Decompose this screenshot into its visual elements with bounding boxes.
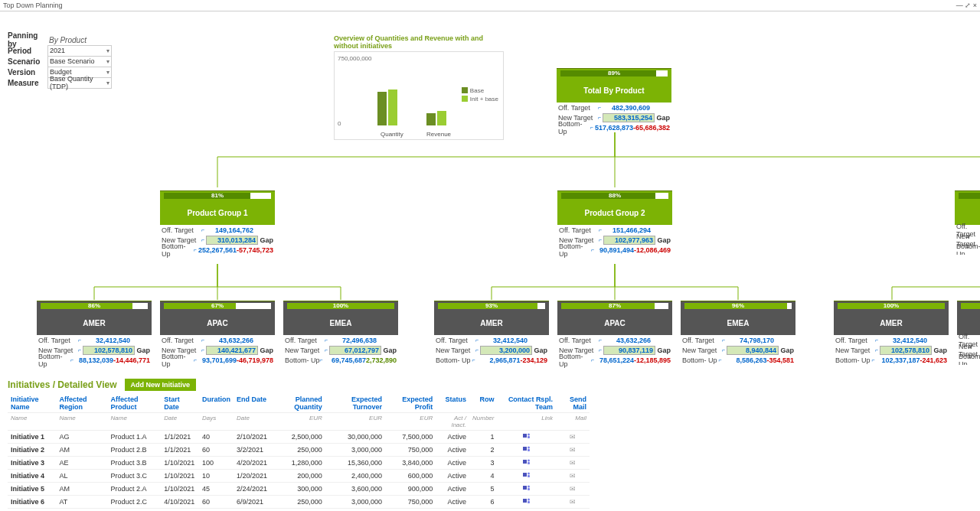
cell-ep: 750,000 <box>385 496 436 509</box>
new-target-value[interactable]: 140,421,677 <box>206 346 258 355</box>
add-initiative-button[interactable]: Add New Initiative <box>125 379 197 391</box>
cell-row: 2 <box>469 444 497 457</box>
cell-start: 3/1/2021 <box>161 509 199 512</box>
node-pg2_emea[interactable]: 96% EMEA Off. Target⌐74,798,170 New Targ… <box>681 301 795 365</box>
window-controls[interactable]: — ⤢ × <box>956 2 977 9</box>
cell-team[interactable] <box>497 509 555 512</box>
cell-mail[interactable]: ✉ <box>556 431 590 444</box>
node-pg1_amer[interactable]: 86% AMER Off. Target⌐32,412,540 New Targ… <box>37 301 152 365</box>
bottomup-value: 69,745,687 <box>325 356 366 364</box>
col-product[interactable]: Affected Product <box>108 394 162 413</box>
gap-label: Gap <box>779 347 794 354</box>
new-target-value[interactable]: 90,837,119 <box>603 346 655 355</box>
cell-mail[interactable]: ✉ <box>556 444 590 457</box>
gap-label: Gap <box>258 347 273 354</box>
cell-team[interactable] <box>497 496 555 509</box>
node-pct: 96% <box>732 302 744 309</box>
node-title: EMEA <box>681 311 795 335</box>
gap-value: -12,086,469 <box>634 246 671 254</box>
node-pg1_apac[interactable]: 67% APAC Off. Target⌐43,632,266 New Targ… <box>160 301 275 365</box>
cell-row: 1 <box>469 431 497 444</box>
cell-name: Initiative 3 <box>8 457 56 470</box>
table-row[interactable]: Initiative 5 AM Product 2.A 1/10/2021 45… <box>8 483 590 496</box>
cell-end: 5/30/2021 <box>234 509 270 512</box>
cell-mail[interactable]: ✉ <box>556 483 590 496</box>
cell-product: Product 3.B <box>108 457 162 470</box>
col-row[interactable]: Row <box>469 394 497 413</box>
node-title: EMEA <box>283 311 398 335</box>
cell-mail[interactable]: ✉ <box>556 496 590 509</box>
cell-end: 3/2/2021 <box>234 444 270 457</box>
cell-dur: 45 <box>199 483 234 496</box>
cell-mail[interactable]: ✉ <box>556 457 590 470</box>
node-pg2[interactable]: 88% Product Group 2 Off. Target⌐151,466,… <box>557 190 672 255</box>
node-pg2_amer[interactable]: 93% AMER Off. Target⌐32,412,540 New Targ… <box>434 301 549 365</box>
node-pg1_emea[interactable]: 100% EMEA Off. Target⌐72,496,638 New Tar… <box>283 301 398 365</box>
teams-icon <box>523 458 531 466</box>
cell-region: AE <box>56 457 107 470</box>
cell-team[interactable] <box>497 431 555 444</box>
cell-mail[interactable]: ✉ <box>556 509 590 512</box>
teams-icon <box>523 497 531 505</box>
node-pg2_apac[interactable]: 87% APAC Off. Target⌐43,632,266 New Targ… <box>557 301 672 365</box>
bottomup-value: 102,337,187 <box>877 356 920 364</box>
cell-mail[interactable]: ✉ <box>556 470 590 483</box>
off-target-value: 72,496,638 <box>329 337 377 344</box>
new-target-value[interactable]: 102,977,963 <box>603 236 655 245</box>
gap-label: Gap <box>381 347 397 354</box>
node-pct: 93% <box>485 302 498 309</box>
new-target-value[interactable]: 102,578,810 <box>880 346 932 355</box>
table-row[interactable]: Initiative 1 AG Product 1.A 1/1/2021 40 … <box>8 431 590 444</box>
col-name[interactable]: Initiative Name <box>8 394 56 413</box>
gap-value: -14,446,771 <box>113 356 150 364</box>
cell-team[interactable] <box>497 470 555 483</box>
cell-dur: 90 <box>199 509 234 512</box>
col-team[interactable]: Contact Rspl. Team <box>497 394 555 413</box>
cell-team[interactable] <box>497 457 555 470</box>
col-exp-profit[interactable]: Expected Profit <box>385 394 436 413</box>
table-row[interactable]: Initiative 3 AE Product 3.B 1/10/2021 10… <box>8 457 590 470</box>
col-start[interactable]: Start Date <box>161 394 199 413</box>
table-row[interactable]: Initiative 4 AL Product 3.C 1/10/2021 10… <box>8 470 590 483</box>
hierarchy-tree: 89% Total By Product Off. Target⌐482,390… <box>8 34 980 371</box>
node-title: AMER <box>834 311 949 335</box>
new-target-value[interactable]: 67,012,797 <box>329 346 381 355</box>
off-target-value: 43,632,266 <box>206 337 253 344</box>
col-duration[interactable]: Duration <box>199 394 234 413</box>
cell-product: Product 1.A <box>108 431 162 444</box>
col-exp-turnover[interactable]: Expected Turnover <box>325 394 385 413</box>
cell-row: 4 <box>469 470 497 483</box>
table-row[interactable]: Initiative 6 AT Product 2.C 4/10/2021 60… <box>8 496 590 509</box>
new-target-value[interactable]: 310,013,284 <box>206 236 258 245</box>
cell-status: Active <box>436 483 469 496</box>
gap-value: -234,129 <box>520 356 547 364</box>
col-end[interactable]: End Date <box>234 394 270 413</box>
table-row[interactable]: Initiative 2 AM Product 2.B 1/1/2021 60 … <box>8 444 590 457</box>
col-status[interactable]: Status <box>436 394 469 413</box>
node-title: AMER <box>434 311 549 335</box>
cell-team[interactable] <box>497 444 555 457</box>
node-pg3_amer[interactable]: 100% AMER Off. Target⌐32,412,540 New Tar… <box>834 301 949 365</box>
cell-team[interactable] <box>497 483 555 496</box>
col-planned-qty[interactable]: Planned Quantity <box>270 394 325 413</box>
node-pct: 86% <box>88 302 100 309</box>
gap-label: Gap <box>135 347 150 354</box>
col-region[interactable]: Affected Region <box>56 394 107 413</box>
node-pg3-partial[interactable]: Off. TargetNew TargetBottom- Up <box>955 190 980 255</box>
cell-dur: 10 <box>199 470 234 483</box>
node-pg1[interactable]: 81% Product Group 1 Off. Target⌐149,164,… <box>160 190 275 255</box>
teams-icon <box>523 445 531 453</box>
new-target-value[interactable]: 102,578,810 <box>83 346 135 355</box>
off-target-value: 32,412,540 <box>83 337 130 344</box>
col-mail[interactable]: Send Mail <box>556 394 590 413</box>
new-target-value[interactable]: 583,315,254 <box>603 113 655 122</box>
title-bar: Top Down Planning — ⤢ × <box>0 0 980 11</box>
new-target-value[interactable]: 8,940,844 <box>727 346 779 355</box>
svg-rect-8 <box>528 462 530 464</box>
node-pg3-apac-partial[interactable]: Off. TargetNew TargetBottom- Up <box>957 301 980 365</box>
cell-start: 1/1/2021 <box>161 431 199 444</box>
new-target-value[interactable]: 3,200,000 <box>480 346 532 355</box>
node-total[interactable]: 89% Total By Product Off. Target⌐482,390… <box>557 68 671 132</box>
cell-end: 4/20/2021 <box>234 457 270 470</box>
table-row[interactable]: Initiative 7 DE Product 3.D 3/1/2021 90 … <box>8 509 590 512</box>
